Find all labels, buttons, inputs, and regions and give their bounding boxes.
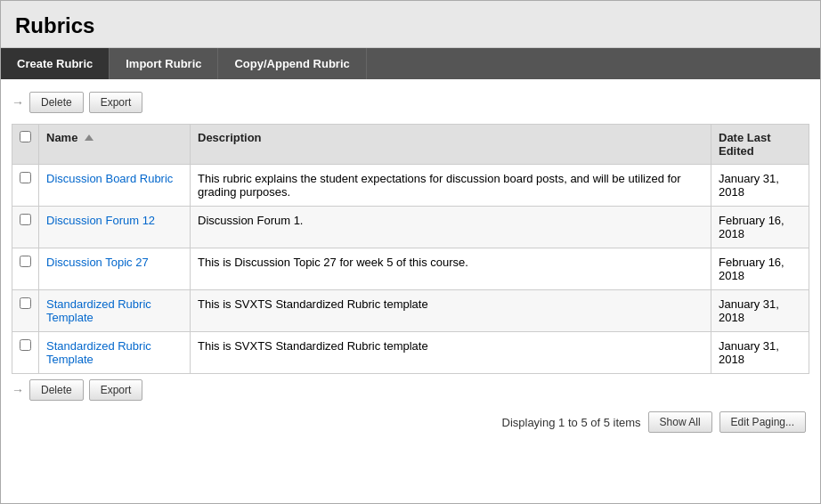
row-date-cell: January 31, 2018: [711, 290, 809, 332]
row-checkbox[interactable]: [20, 297, 31, 309]
rubric-name-link[interactable]: Standardized Rubric Template: [46, 339, 151, 366]
row-checkbox-cell: [12, 248, 39, 290]
row-checkbox[interactable]: [20, 256, 31, 267]
rubric-name-link[interactable]: Discussion Topic 27: [46, 256, 149, 269]
row-checkbox-cell: [12, 165, 39, 207]
table-row: Discussion Topic 27This is Discussion To…: [12, 248, 809, 290]
header-checkbox-col: [12, 125, 39, 165]
row-checkbox[interactable]: [20, 339, 31, 351]
row-description-cell: Discussion Forum 1.: [191, 207, 711, 248]
delete-button-bottom[interactable]: Delete: [29, 379, 84, 401]
bottom-action-bar: → Delete Export: [12, 374, 809, 404]
delete-button-top[interactable]: Delete: [29, 92, 84, 113]
row-checkbox[interactable]: [20, 214, 31, 225]
rubric-name-link[interactable]: Discussion Board Rubric: [46, 172, 173, 185]
arrow-right-icon-bottom: →: [12, 383, 24, 397]
nav-copy-append-rubric[interactable]: Copy/Append Rubric: [218, 48, 366, 79]
row-name-cell: Discussion Forum 12: [39, 207, 191, 248]
rubric-name-link[interactable]: Standardized Rubric Template: [46, 297, 151, 324]
nav-toolbar: Create Rubric Import Rubric Copy/Append …: [1, 48, 820, 79]
rubric-name-link[interactable]: Discussion Forum 12: [46, 214, 155, 227]
header-name-col[interactable]: Name: [39, 125, 191, 165]
row-name-cell: Standardized Rubric Template: [39, 332, 191, 374]
rubrics-table: Name Description Date Last Edited Discus…: [12, 124, 809, 374]
export-button-bottom[interactable]: Export: [89, 379, 143, 401]
pagination-bar: Displaying 1 to 5 of 5 items Show All Ed…: [12, 404, 809, 436]
row-checkbox-cell: [12, 332, 39, 374]
row-date-cell: February 16, 2018: [711, 248, 809, 290]
row-description-cell: This is SVXTS Standardized Rubric templa…: [191, 332, 711, 374]
pagination-display-text: Displaying 1 to 5 of 5 items: [502, 416, 641, 429]
table-row: Discussion Board RubricThis rubric expla…: [12, 165, 809, 207]
export-button-top[interactable]: Export: [89, 92, 143, 113]
table-header-row: Name Description Date Last Edited: [12, 125, 809, 165]
row-date-cell: February 16, 2018: [711, 207, 809, 248]
nav-import-rubric[interactable]: Import Rubric: [110, 48, 218, 79]
row-date-cell: January 31, 2018: [711, 165, 809, 207]
table-row: Discussion Forum 12Discussion Forum 1.Fe…: [12, 207, 809, 248]
edit-paging-button[interactable]: Edit Paging...: [719, 411, 806, 433]
header-description-col: Description: [191, 125, 711, 165]
row-description-cell: This is SVXTS Standardized Rubric templa…: [191, 290, 711, 332]
row-description-cell: This rubric explains the student expecta…: [191, 165, 711, 207]
sort-icon: [85, 134, 93, 141]
row-checkbox-cell: [12, 207, 39, 248]
table-row: Standardized Rubric TemplateThis is SVXT…: [12, 290, 809, 332]
row-name-cell: Discussion Topic 27: [39, 248, 191, 290]
nav-create-rubric[interactable]: Create Rubric: [1, 48, 110, 79]
page-title: Rubrics: [15, 13, 806, 38]
row-name-cell: Standardized Rubric Template: [39, 290, 191, 332]
header-name-label: Name: [46, 131, 77, 144]
row-date-cell: January 31, 2018: [711, 332, 809, 374]
select-all-checkbox[interactable]: [20, 131, 31, 142]
row-name-cell: Discussion Board Rubric: [39, 165, 191, 207]
row-checkbox[interactable]: [20, 172, 31, 183]
header-date-col: Date Last Edited: [711, 125, 809, 165]
row-checkbox-cell: [12, 290, 39, 332]
show-all-button[interactable]: Show All: [648, 411, 712, 433]
row-description-cell: This is Discussion Topic 27 for week 5 o…: [191, 248, 711, 290]
top-action-bar: → Delete Export: [12, 88, 809, 117]
page-header: Rubrics: [1, 1, 820, 48]
content-area: → Delete Export Name Description: [1, 79, 820, 445]
table-row: Standardized Rubric TemplateThis is SVXT…: [12, 332, 809, 374]
arrow-right-icon: →: [12, 95, 24, 110]
